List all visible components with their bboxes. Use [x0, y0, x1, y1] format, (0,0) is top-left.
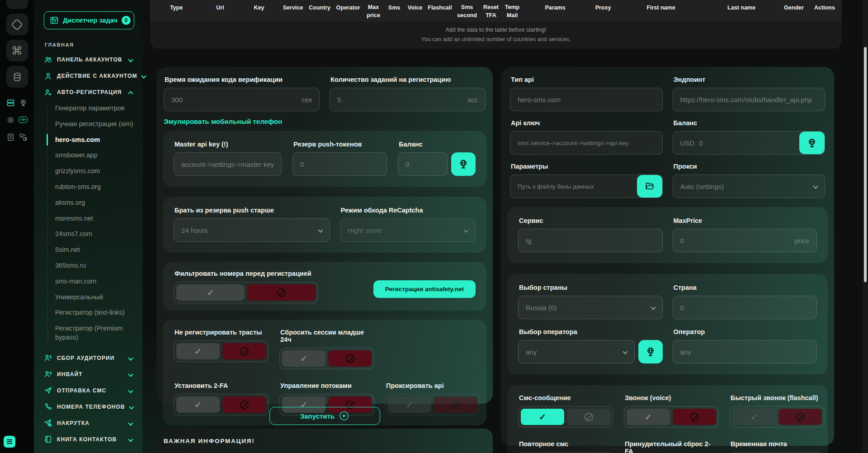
country-code-input[interactable]: 0 [673, 296, 817, 319]
sidebar-subitem-hero-sms[interactable]: hero-sms.com [55, 135, 134, 144]
balance-label: Баланс [674, 119, 825, 127]
users-icon [44, 56, 52, 64]
voice-call-toggle[interactable]: ✓ [624, 406, 719, 428]
check-option[interactable]: ✓ [176, 343, 220, 359]
field-operator-select: Выбор оператора any [518, 326, 663, 363]
sidebar-subitem-sms-man[interactable]: sms-man.com [55, 277, 134, 286]
no-trusts-toggle[interactable]: ✓ [174, 340, 269, 362]
ban-option[interactable] [673, 409, 716, 425]
ban-option[interactable] [328, 350, 372, 367]
sidebar-item-phone-numbers[interactable]: НОМЕРА ТЕЛЕФОНОВ [44, 402, 134, 412]
ban-option[interactable] [247, 284, 316, 301]
sidebar-subitem-moresms[interactable]: moresms.net [55, 214, 134, 223]
sidebar-item-send-sms[interactable]: ОТПРАВКА СМС [44, 386, 134, 396]
sidebar-subitem-grizzlysms[interactable]: grizzlysms.com [55, 166, 134, 175]
reset-sessions-toggle[interactable]: ✓ [279, 348, 374, 369]
task-count-input[interactable]: 5 acc [330, 88, 486, 111]
country-select[interactable]: Russia (0) [518, 296, 663, 319]
field-operator-value: Оператор any [673, 326, 817, 363]
check-option[interactable]: ✓ [282, 350, 326, 367]
check-icon: ✓ [207, 288, 214, 297]
field-params: Параметры Путь к файлу базы данных [510, 161, 663, 198]
service-input[interactable]: tg [518, 229, 663, 252]
params-input[interactable]: Путь к файлу базы данных [510, 175, 663, 198]
webcam-icon[interactable] [18, 98, 28, 108]
sidebar-subitem-universal[interactable]: Универсальный [55, 293, 134, 302]
api-key-input[interactable]: sms service->account->settings->api key [510, 131, 663, 155]
toggle-field-voice-call: Звонок (voice) ✓ [624, 392, 719, 428]
sidebar-item-contacts-book[interactable]: КНИГА КОНТАКТОВ [44, 434, 134, 444]
sidebar-subitem-5sim[interactable]: 5sim.net [55, 245, 134, 254]
flashcall-toggle[interactable]: ✓ [730, 406, 825, 428]
sidebar-subitem-registrator-premium[interactable]: Регистратор (Premium bypass) [55, 324, 134, 342]
server-icon[interactable] [6, 98, 16, 108]
push-reserve-input[interactable]: 0 [292, 152, 387, 176]
antisafety-registration-button[interactable]: Регистрация antisafety.net [373, 280, 476, 298]
check-icon: ✓ [300, 354, 307, 363]
sidebar-subitem-rubiton[interactable]: rubiton-sms.org [55, 182, 134, 191]
sidebar-item-audience[interactable]: СБОР АУДИТОРИИ [44, 353, 134, 363]
recaptcha-mode-select[interactable]: Hight score [340, 218, 476, 242]
balance-input[interactable]: USD 0 [673, 131, 826, 155]
gem-button[interactable] [6, 14, 28, 35]
balance-globe-button[interactable] [799, 132, 825, 154]
bottom-apps-button[interactable] [4, 436, 15, 448]
params-folder-button[interactable] [637, 175, 662, 198]
document-icon[interactable] [6, 132, 16, 142]
balance-input[interactable]: 0 [398, 152, 448, 176]
sms-message-toggle[interactable]: ✓ [518, 406, 613, 428]
column-header-flashcall: Flashcall [428, 5, 452, 11]
sidebar-subitem-24sms7[interactable]: 24sms7.com [55, 229, 134, 238]
api-type-input[interactable]: hero-sms.com [510, 88, 663, 111]
database-button[interactable] [6, 66, 28, 88]
sidebar-item-account-action[interactable]: ДЕЙСТВИЕ С АККАУНТОМ [44, 71, 134, 81]
proxy-select[interactable]: Auto (settings) [673, 175, 826, 198]
sidebar-subitem-alisms[interactable]: alisms.org [55, 198, 134, 207]
phone-icon [44, 402, 52, 411]
emulate-phone-link[interactable]: Эмулировать мобильный телефон [164, 118, 282, 125]
operator-input[interactable]: any [673, 340, 817, 363]
sidebar-item-invite[interactable]: ИНВАЙТ [44, 369, 134, 379]
sidebar-subitem-smsbower[interactable]: smsbower.app [55, 151, 134, 160]
endpoint-input[interactable]: https://hero-sms.com/stubs/handler_api.p… [673, 88, 826, 111]
push-age-label: Брать из резерва push старше [175, 207, 329, 214]
column-header-key: Key [254, 5, 264, 11]
check-option[interactable]: ✓ [732, 409, 776, 425]
check-option[interactable]: ✓ [176, 284, 245, 301]
filter-numbers-toggle[interactable]: ✓ [174, 282, 318, 303]
column-header-voice: Voice [408, 5, 422, 11]
column-header-max-price: Max price [362, 4, 385, 19]
globe-icon [645, 346, 656, 357]
sidebar-subitem-manual-sim[interactable]: Ручная регистрация (sim) [55, 119, 134, 128]
master-api-key-input[interactable]: account->settings->master key [174, 152, 282, 176]
check-option[interactable]: ✓ [627, 409, 670, 425]
layout-split-icon[interactable] [18, 132, 28, 142]
ban-option[interactable] [222, 343, 266, 359]
command-button[interactable]: ⌘ [6, 40, 28, 61]
sidebar-item-accounts-panel[interactable]: ПАНЕЛЬ АККАУНТОВ [44, 55, 134, 65]
operator-globe-button[interactable] [638, 340, 663, 363]
balance-globe-button[interactable] [451, 152, 476, 176]
scrollbar-thumb[interactable] [864, 47, 867, 282]
operator-select[interactable]: any [518, 340, 635, 363]
gear-icon[interactable] [6, 115, 16, 125]
sidebar-subitem-generator[interactable]: Генератор параметров [55, 104, 134, 113]
service-label: Сервис [519, 217, 662, 224]
max-price-input[interactable]: 0 price [673, 229, 817, 252]
launch-button[interactable]: Запустить [269, 407, 380, 425]
sidebar-subitem-registrator-textlinks[interactable]: Регистратор (text-links) [55, 308, 134, 317]
launch-row: Запустить [156, 407, 493, 425]
sidebar-item-auto-registration[interactable]: АВТО-РЕГИСТРАЦИЯ [44, 87, 134, 97]
field-task-count: Количество заданий на регистрацию 5 acc [330, 74, 486, 111]
ban-option[interactable] [778, 409, 822, 425]
sidebar-item-boost[interactable]: НАКРУТКА [44, 418, 134, 428]
sidebar-subitem-365sms[interactable]: 365sms.ru [55, 261, 134, 270]
push-age-select[interactable]: 24 hours [174, 218, 330, 242]
check-option[interactable]: ✓ [521, 409, 564, 425]
code-icon[interactable]: </> [18, 115, 28, 125]
task-manager-button[interactable]: Диспетчер задач 0 [44, 11, 134, 29]
sms-message-label: Смс-сообщение [519, 394, 612, 401]
ban-option[interactable] [567, 409, 610, 425]
wait-time-input[interactable]: 300 сек [164, 88, 320, 111]
partial-app-button[interactable] [6, 0, 28, 9]
